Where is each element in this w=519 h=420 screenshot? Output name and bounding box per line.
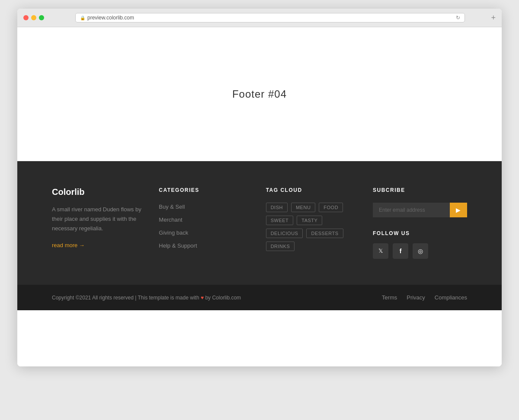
new-tab-button[interactable]: + (491, 13, 496, 22)
copyright-main: Copyright ©2021 All rights reserved | Th… (52, 295, 201, 301)
subscribe-form: ▶ (373, 203, 467, 217)
category-link-giving-back[interactable]: Giving back (159, 229, 188, 236)
facebook-link[interactable]: f (393, 243, 408, 259)
list-item: Buy & Sell (159, 203, 248, 210)
copyright-by: by (205, 295, 212, 301)
terms-link[interactable]: Terms (382, 294, 397, 301)
subscribe-button[interactable]: ▶ (450, 203, 467, 217)
follow-title: FOLLOW US (373, 230, 467, 236)
page-title: Footer #04 (232, 88, 287, 100)
tag-food[interactable]: FOOD (319, 203, 343, 212)
heart-icon: ♥ (201, 295, 204, 301)
list-item: Merchant (159, 216, 248, 223)
lock-icon: 🔒 (80, 16, 85, 20)
footer-about-text: A small river named Duden flows by their… (52, 205, 141, 233)
tag-menu[interactable]: MENU (291, 203, 315, 212)
social-icons: 𝕏 f ◎ (373, 243, 467, 259)
footer-about-column: Colorlib A small river named Duden flows… (52, 187, 141, 259)
tag-cloud: DISH MENU FOOD SWEET TASTY DELICIOUS DES… (266, 203, 356, 251)
main-content-area: Footer #04 (17, 27, 502, 161)
privacy-link[interactable]: Privacy (407, 294, 425, 301)
tag-tasty[interactable]: TASTY (297, 216, 322, 225)
twitter-link[interactable]: 𝕏 (373, 243, 388, 259)
subscribe-title: SUBCRIBE (373, 187, 467, 193)
category-link-merchant[interactable]: Merchant (159, 216, 182, 223)
read-more-link[interactable]: read more → (52, 242, 85, 248)
copyright-text: Copyright ©2021 All rights reserved | Th… (52, 295, 241, 301)
browser-content: Footer #04 Colorlib A small river named … (17, 27, 502, 366)
footer-brand: Colorlib (52, 187, 141, 197)
categories-title: CATEGORIES (159, 187, 248, 193)
browser-window: 🔒 preview.colorlib.com ↻ + Footer #04 Co… (17, 9, 502, 366)
tag-delicious[interactable]: DELICIOUS (266, 229, 303, 238)
footer-tagcloud-column: TAG CLOUD DISH MENU FOOD SWEET TASTY DEL… (266, 187, 356, 259)
categories-list: Buy & Sell Merchant Giving back Help & S… (159, 203, 248, 249)
compliances-link[interactable]: Compliances (435, 294, 467, 301)
tag-sweet[interactable]: SWEET (266, 216, 294, 225)
tag-dish[interactable]: DISH (266, 203, 288, 212)
footer-subscribe-column: SUBCRIBE ▶ FOLLOW US 𝕏 f (373, 187, 467, 259)
tag-drinks[interactable]: DRINKS (266, 242, 295, 251)
twitter-icon: 𝕏 (378, 248, 383, 255)
list-item: Help & Support (159, 242, 248, 249)
colorlib-link[interactable]: Colorlib.com (212, 295, 241, 301)
category-link-help-support[interactable]: Help & Support (159, 242, 197, 249)
browser-dots (23, 15, 44, 20)
dot-minimize[interactable] (31, 15, 36, 20)
footer-grid: Colorlib A small river named Duden flows… (52, 187, 467, 259)
dot-close[interactable] (23, 15, 29, 20)
footer-bottom: Copyright ©2021 All rights reserved | Th… (17, 285, 502, 310)
send-icon: ▶ (456, 207, 461, 213)
footer-categories-column: CATEGORIES Buy & Sell Merchant Giving ba… (159, 187, 248, 259)
instagram-icon: ◎ (418, 248, 423, 255)
tagcloud-title: TAG CLOUD (266, 187, 356, 193)
instagram-link[interactable]: ◎ (413, 243, 428, 259)
footer-legal-links: Terms Privacy Compliances (382, 294, 467, 301)
refresh-icon[interactable]: ↻ (456, 15, 460, 21)
tag-desserts[interactable]: DESSERTS (306, 229, 343, 238)
list-item: Giving back (159, 229, 248, 236)
dot-maximize[interactable] (39, 15, 44, 20)
url-text: preview.colorlib.com (87, 15, 134, 21)
category-link-buy-sell[interactable]: Buy & Sell (159, 204, 185, 210)
address-bar[interactable]: 🔒 preview.colorlib.com ↻ (75, 13, 465, 22)
subscribe-input[interactable] (373, 203, 450, 217)
bottom-whitespace (17, 310, 502, 366)
browser-titlebar: 🔒 preview.colorlib.com ↻ + (17, 9, 502, 27)
footer: Colorlib A small river named Duden flows… (17, 161, 502, 285)
facebook-icon: f (400, 248, 402, 255)
